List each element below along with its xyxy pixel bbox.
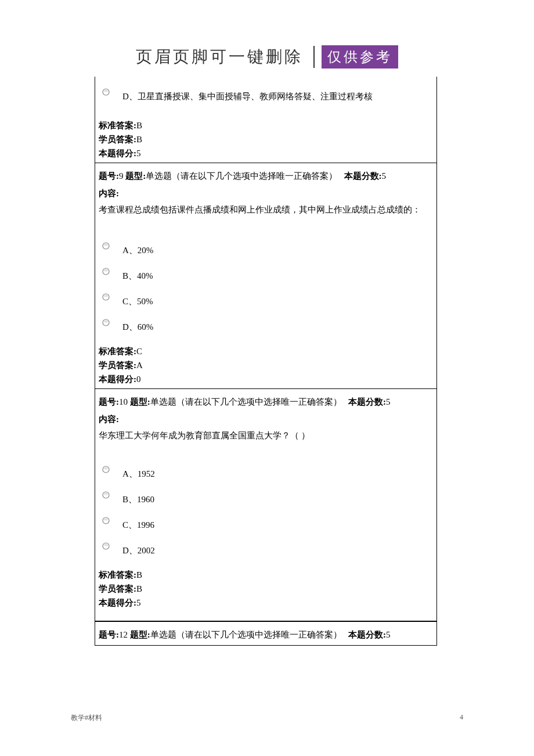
q12-num-label: 题号: — [99, 630, 119, 639]
question-10-header: 题号:10 题型:单选题（请在以下几个选项中选择唯一正确答案） 本题分数:5 — [98, 393, 434, 410]
question-12-partial: 题号:12 题型:单选题（请在以下几个选项中选择唯一正确答案） 本题分数:5 — [95, 621, 437, 646]
header-divider — [313, 46, 315, 68]
question-12-header: 题号:12 题型:单选题（请在以下几个选项中选择唯一正确答案） 本题分数:5 — [98, 625, 434, 643]
q9-content: 考查课程总成绩包括课件点播成绩和网上作业成绩，其中网上作业成绩占总成绩的： — [98, 201, 434, 220]
q10-score-val: 5 — [136, 598, 141, 607]
q9-pts: 5 — [382, 171, 387, 181]
q9-num-label: 题号: — [99, 171, 119, 181]
q9-option-c: C、50% — [122, 294, 153, 308]
stu-answer-label: 学员答案: — [99, 135, 136, 144]
q10-option-c: C、1996 — [122, 518, 154, 532]
std-answer-label: 标准答案: — [99, 121, 136, 130]
radio-icon[interactable] — [102, 491, 110, 499]
q9-option-c-row: C、50% — [98, 287, 434, 313]
q9-content-label: 内容: — [98, 184, 434, 201]
q9-pts-label: 本题分数: — [344, 171, 382, 181]
radio-icon[interactable] — [102, 517, 110, 524]
page-header: 页眉页脚可一键删除 仅供参考 — [0, 45, 534, 69]
q10-content: 华东理工大学何年成为教育部直属全国重点大学？（ ） — [98, 427, 434, 446]
q10-option-c-row: C、1996 — [98, 511, 434, 537]
header-title: 页眉页脚可一键删除 — [136, 46, 303, 68]
svg-point-7 — [104, 295, 108, 297]
q10-option-a-row: A、1952 — [98, 460, 434, 485]
q9-option-d-row: D、60% — [98, 313, 434, 339]
svg-point-17 — [104, 544, 108, 546]
q10-type-label: 题型: — [130, 397, 150, 406]
q12-type-label: 题型: — [130, 630, 150, 639]
svg-point-13 — [104, 493, 108, 495]
standard-answer-line: 标准答案:B — [98, 118, 434, 132]
q9-num: 9 — [119, 171, 124, 181]
q9-options: A、20% B、40% C、50% D、60% — [98, 220, 434, 344]
q9-score-val: 0 — [136, 375, 141, 384]
q10-content-label: 内容: — [98, 410, 434, 427]
q10-num: 10 — [119, 397, 128, 406]
radio-icon[interactable] — [102, 88, 110, 96]
question-8-partial: D、卫星直播授课、集中面授辅导、教师网络答疑、注重过程考核 标准答案:B 学员答… — [95, 77, 437, 163]
score-value: 5 — [136, 149, 141, 158]
q10-num-label: 题号: — [99, 397, 119, 406]
option-d-text: D、卫星直播授课、集中面授辅导、教师网络答疑、注重过程考核 — [122, 89, 373, 103]
question-9-header: 题号:9 题型:单选题（请在以下几个选项中选择唯一正确答案） 本题分数:5 — [98, 167, 434, 184]
content-area: D、卫星直播授课、集中面授辅导、教师网络答疑、注重过程考核 标准答案:B 学员答… — [95, 77, 437, 646]
std-answer-value: B — [136, 121, 142, 130]
q9-stu-val: A — [136, 361, 143, 370]
q10-stu-val: B — [136, 584, 142, 593]
q10-std-line: 标准答案:B — [98, 568, 434, 582]
q9-std-val: C — [136, 347, 142, 356]
q12-type-text: 单选题（请在以下几个选项中选择唯一正确答案） — [150, 630, 342, 639]
score-label: 本题得分: — [99, 149, 136, 158]
q9-option-a: A、20% — [122, 243, 153, 257]
q9-type-label: 题型: — [125, 171, 146, 181]
radio-icon[interactable] — [102, 242, 110, 250]
q9-score-label: 本题得分: — [99, 375, 136, 384]
page-number: 4 — [460, 713, 463, 722]
question-10: 题号:10 题型:单选题（请在以下几个选项中选择唯一正确答案） 本题分数:5 内… — [95, 388, 437, 612]
q10-pts: 5 — [386, 397, 391, 406]
q9-std-line: 标准答案:C — [98, 344, 434, 358]
radio-icon[interactable] — [102, 466, 110, 473]
svg-point-3 — [104, 244, 108, 246]
option-d-row: D、卫星直播授课、集中面授辅导、教师网络答疑、注重过程考核 — [98, 82, 434, 108]
q9-option-b: B、40% — [122, 269, 153, 283]
svg-point-15 — [104, 519, 108, 521]
q10-option-a: A、1952 — [122, 467, 155, 481]
header-badge: 仅供参考 — [322, 45, 398, 69]
score-line: 本题得分:5 — [98, 146, 434, 160]
svg-point-1 — [104, 90, 108, 92]
q10-score-line: 本题得分:5 — [98, 596, 434, 610]
radio-icon[interactable] — [102, 293, 110, 301]
svg-point-5 — [104, 269, 108, 272]
q12-pts-label: 本题分数: — [348, 630, 386, 639]
footer-text: 教学#材料 — [71, 713, 102, 723]
q10-option-d-row: D、2002 — [98, 537, 434, 562]
radio-icon[interactable] — [102, 268, 110, 275]
student-answer-line: 学员答案:B — [98, 132, 434, 146]
q9-option-b-row: B、40% — [98, 262, 434, 287]
q10-std-val: B — [136, 570, 142, 579]
q10-pts-label: 本题分数: — [348, 397, 386, 406]
q12-pts: 5 — [386, 630, 391, 639]
radio-icon[interactable] — [102, 319, 110, 326]
q10-stu-label: 学员答案: — [99, 584, 136, 593]
q12-num: 12 — [119, 630, 128, 639]
q9-option-a-row: A、20% — [98, 236, 434, 262]
radio-icon[interactable] — [102, 542, 110, 550]
question-9: 题号:9 题型:单选题（请在以下几个选项中选择唯一正确答案） 本题分数:5 内容… — [95, 163, 437, 388]
svg-point-9 — [104, 321, 108, 323]
q9-type-text: 单选题（请在以下几个选项中选择唯一正确答案） — [146, 171, 337, 181]
q10-options: A、1952 B、1960 C、1996 D、2002 — [98, 446, 434, 568]
q9-std-label: 标准答案: — [99, 347, 136, 356]
q9-stu-label: 学员答案: — [99, 361, 136, 370]
q10-std-label: 标准答案: — [99, 570, 136, 579]
svg-point-11 — [104, 467, 108, 470]
q10-option-d: D、2002 — [122, 543, 155, 557]
q10-score-label: 本题得分: — [99, 598, 136, 607]
q10-option-b: B、1960 — [122, 492, 154, 506]
stu-answer-value: B — [136, 135, 142, 144]
q9-option-d: D、60% — [122, 320, 153, 334]
q10-option-b-row: B、1960 — [98, 485, 434, 511]
spacer-row — [95, 612, 437, 621]
q9-stu-line: 学员答案:A — [98, 358, 434, 372]
q10-stu-line: 学员答案:B — [98, 582, 434, 596]
